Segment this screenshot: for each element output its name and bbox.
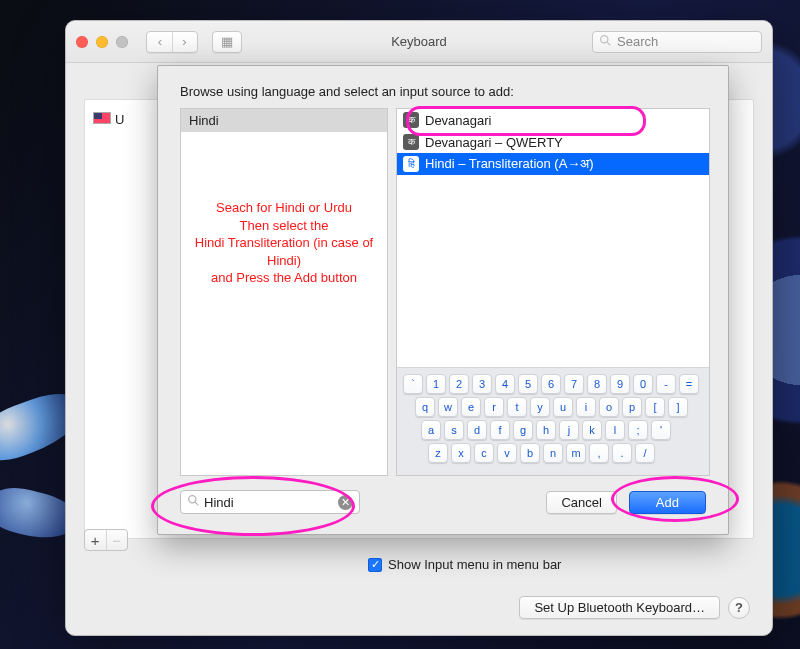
keyboard-layout-preview: `1234567890-= qwertyuiop[] asdfghjkl;' z… xyxy=(397,367,709,475)
clear-search-button[interactable]: ✕ xyxy=(338,495,353,510)
keyboard-key: ] xyxy=(668,397,688,417)
keyboard-key: m xyxy=(566,443,586,463)
show-all-prefs-button[interactable]: ▦ xyxy=(212,31,242,53)
keyboard-key: 7 xyxy=(564,374,584,394)
keyboard-key: p xyxy=(622,397,642,417)
svg-point-2 xyxy=(189,496,196,503)
search-value: Hindi xyxy=(204,495,234,510)
keyboard-key: c xyxy=(474,443,494,463)
keyboard-key: v xyxy=(497,443,517,463)
input-source-item-label: U xyxy=(115,112,124,127)
devanagari-icon: क xyxy=(403,112,419,128)
source-item-label: Hindi – Transliteration (A→अ) xyxy=(425,156,594,172)
show-input-menu-checkbox-row: ✓ Show Input menu in menu bar xyxy=(368,557,561,572)
source-list-pane: क Devanagari क Devanagari – QWERTY हि Hi… xyxy=(396,108,710,476)
help-button[interactable]: ? xyxy=(728,597,750,619)
source-item-devanagari-qwerty[interactable]: क Devanagari – QWERTY xyxy=(397,131,709,153)
keyboard-key: = xyxy=(679,374,699,394)
keyboard-key: r xyxy=(484,397,504,417)
keyboard-key: , xyxy=(589,443,609,463)
search-icon xyxy=(187,494,200,510)
keyboard-key: j xyxy=(559,420,579,440)
back-icon[interactable]: ‹ xyxy=(148,32,172,52)
keyboard-key: x xyxy=(451,443,471,463)
us-flag-icon xyxy=(93,112,111,124)
svg-line-1 xyxy=(607,42,610,45)
keyboard-key: y xyxy=(530,397,550,417)
keyboard-key: 2 xyxy=(449,374,469,394)
keyboard-key: u xyxy=(553,397,573,417)
preferences-search-input[interactable]: Search xyxy=(592,31,762,53)
minimize-window-button[interactable] xyxy=(96,36,108,48)
keyboard-key: a xyxy=(421,420,441,440)
keyboard-key: ; xyxy=(628,420,648,440)
keyboard-key: 5 xyxy=(518,374,538,394)
keyboard-key: 3 xyxy=(472,374,492,394)
keyboard-key: z xyxy=(428,443,448,463)
setup-bluetooth-keyboard-button[interactable]: Set Up Bluetooth Keyboard… xyxy=(519,596,720,619)
grid-icon: ▦ xyxy=(221,34,233,49)
svg-point-0 xyxy=(601,35,608,42)
keyboard-key: [ xyxy=(645,397,665,417)
keyboard-key: - xyxy=(656,374,676,394)
nav-back-forward[interactable]: ‹ › xyxy=(146,31,198,53)
keyboard-key: / xyxy=(635,443,655,463)
show-input-menu-checkbox[interactable]: ✓ xyxy=(368,558,382,572)
sheet-heading: Browse using language and select an inpu… xyxy=(158,66,728,99)
language-list-item[interactable]: Hindi xyxy=(181,109,387,132)
keyboard-key: k xyxy=(582,420,602,440)
search-icon xyxy=(599,34,612,50)
annotation-instructions: Seach for Hindi or Urdu Then select the … xyxy=(181,199,387,287)
keyboard-key: g xyxy=(513,420,533,440)
add-input-source-sheet: Browse using language and select an inpu… xyxy=(157,65,729,535)
hindi-icon: हि xyxy=(403,156,419,172)
close-window-button[interactable] xyxy=(76,36,88,48)
source-item-label: Devanagari xyxy=(425,113,492,128)
keyboard-key: 1 xyxy=(426,374,446,394)
keyboard-key: h xyxy=(536,420,556,440)
zoom-window-button[interactable] xyxy=(116,36,128,48)
keyboard-key: . xyxy=(612,443,632,463)
keyboard-key: 4 xyxy=(495,374,515,394)
keyboard-key: s xyxy=(444,420,464,440)
language-list[interactable]: Hindi Seach for Hindi or Urdu Then selec… xyxy=(180,108,388,476)
keyboard-key: 0 xyxy=(633,374,653,394)
add-remove-source-buttons: + − xyxy=(84,529,128,551)
keyboard-key: f xyxy=(490,420,510,440)
sheet-search-input[interactable]: Hindi ✕ xyxy=(180,490,360,514)
keyboard-key: 9 xyxy=(610,374,630,394)
cancel-button[interactable]: Cancel xyxy=(546,491,616,514)
titlebar: ‹ › ▦ Keyboard Search xyxy=(66,21,772,63)
keyboard-key: i xyxy=(576,397,596,417)
source-item-hindi-transliteration[interactable]: हि Hindi – Transliteration (A→अ) xyxy=(397,153,709,175)
keyboard-key: 6 xyxy=(541,374,561,394)
keyboard-key: d xyxy=(467,420,487,440)
keyboard-key: ' xyxy=(651,420,671,440)
add-source-button[interactable]: + xyxy=(85,530,106,550)
keyboard-key: n xyxy=(543,443,563,463)
keyboard-key: e xyxy=(461,397,481,417)
keyboard-key: l xyxy=(605,420,625,440)
system-preferences-window: ‹ › ▦ Keyboard Search U + − Set Up Bluet… xyxy=(65,20,773,636)
keyboard-key: b xyxy=(520,443,540,463)
remove-source-button[interactable]: − xyxy=(106,530,128,550)
forward-icon[interactable]: › xyxy=(172,32,196,52)
add-button[interactable]: Add xyxy=(629,491,706,514)
search-placeholder: Search xyxy=(617,34,658,49)
svg-line-3 xyxy=(195,502,198,505)
show-input-menu-label: Show Input menu in menu bar xyxy=(388,557,561,572)
keyboard-key: o xyxy=(599,397,619,417)
keyboard-key: w xyxy=(438,397,458,417)
keyboard-key: q xyxy=(415,397,435,417)
source-item-label: Devanagari – QWERTY xyxy=(425,135,563,150)
keyboard-key: t xyxy=(507,397,527,417)
keyboard-key: 8 xyxy=(587,374,607,394)
keyboard-key: ` xyxy=(403,374,423,394)
input-source-list[interactable]: क Devanagari क Devanagari – QWERTY हि Hi… xyxy=(397,109,709,175)
devanagari-icon: क xyxy=(403,134,419,150)
source-item-devanagari[interactable]: क Devanagari xyxy=(397,109,709,131)
